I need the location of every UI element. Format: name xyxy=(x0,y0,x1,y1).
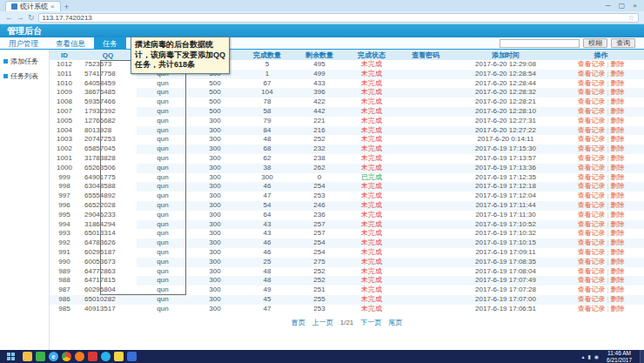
taskbar-blue-app-icon[interactable] xyxy=(127,352,137,361)
delete-link[interactable]: 删除 xyxy=(611,239,625,246)
delete-link[interactable]: 删除 xyxy=(611,164,625,171)
delete-link[interactable]: 删除 xyxy=(611,295,625,303)
view-record-link[interactable]: 查看记录 xyxy=(577,220,605,228)
tab-close-icon[interactable]: × xyxy=(50,3,55,10)
view-record-link[interactable]: 查看记录 xyxy=(577,117,605,124)
start-button[interactable] xyxy=(3,351,18,362)
view-record-link[interactable]: 查看记录 xyxy=(577,135,605,143)
taskbar-ie-icon[interactable]: e xyxy=(49,352,58,361)
delete-link[interactable]: 删除 xyxy=(611,286,625,293)
view-record-link[interactable]: 查看记录 xyxy=(577,286,605,293)
view-record-link[interactable]: 查看记录 xyxy=(577,201,605,209)
cell-password xyxy=(398,258,453,267)
nav-tab-1[interactable]: 查看信息 xyxy=(47,37,94,49)
view-record-link[interactable]: 查看记录 xyxy=(577,88,605,96)
delete-link[interactable]: 删除 xyxy=(611,154,625,162)
search-input[interactable] xyxy=(500,39,580,48)
window-maximize-button[interactable]: ▢ xyxy=(619,2,626,10)
view-record-link[interactable]: 查看记录 xyxy=(577,267,605,275)
view-record-link[interactable]: 查看记录 xyxy=(577,258,605,266)
taskbar-red-player-icon[interactable] xyxy=(88,352,97,361)
window-minimize-button[interactable]: ─ xyxy=(606,2,611,10)
delete-link[interactable]: 删除 xyxy=(611,201,625,209)
delete-link[interactable]: 删除 xyxy=(611,107,625,115)
delete-link[interactable]: 删除 xyxy=(611,248,625,256)
back-icon[interactable]: ← xyxy=(5,14,13,22)
browser-tab[interactable]: 统计系统 × xyxy=(5,1,61,11)
taskbar-yellow-note-icon[interactable] xyxy=(114,352,124,361)
delete-link[interactable]: 删除 xyxy=(611,229,625,237)
cell-password xyxy=(398,117,453,126)
bookmark-star-icon[interactable]: ☆ xyxy=(628,14,634,22)
show-desktop-button[interactable] xyxy=(640,350,644,363)
delete-link[interactable]: 删除 xyxy=(611,267,625,275)
view-record-link[interactable]: 查看记录 xyxy=(577,164,605,171)
address-field[interactable]: 113.17.7420213 ☆ xyxy=(38,13,639,23)
taskbar-folder-icon[interactable] xyxy=(23,352,32,361)
delete-link[interactable]: 删除 xyxy=(611,135,625,143)
cell-time: 2017-6-19 17:13:57 xyxy=(453,154,558,164)
pagination-link-4[interactable]: 尾页 xyxy=(388,319,402,326)
new-tab-button[interactable]: + xyxy=(64,3,69,11)
view-record-link[interactable]: 查看记录 xyxy=(577,97,605,105)
delete-link[interactable]: 删除 xyxy=(611,211,625,218)
view-record-link[interactable]: 查看记录 xyxy=(577,295,605,303)
delete-link[interactable]: 删除 xyxy=(611,126,625,134)
delete-link[interactable]: 删除 xyxy=(611,305,625,313)
taskbar-firefox-icon[interactable] xyxy=(75,352,84,361)
delete-link[interactable]: 删除 xyxy=(611,70,625,77)
view-record-link[interactable]: 查看记录 xyxy=(577,107,605,115)
delete-link[interactable]: 删除 xyxy=(611,88,625,96)
nav-tab-0[interactable]: 用户管理 xyxy=(0,37,47,49)
cell-type: qun xyxy=(137,201,189,211)
pagination-link-1[interactable]: 上一页 xyxy=(312,319,333,326)
view-record-link[interactable]: 查看记录 xyxy=(577,173,605,181)
delete-link[interactable]: 删除 xyxy=(611,220,625,228)
cell-total: 500 xyxy=(189,97,241,107)
delete-link[interactable]: 删除 xyxy=(611,258,625,266)
view-record-link[interactable]: 查看记录 xyxy=(577,182,605,190)
search-button[interactable]: 查询 xyxy=(611,38,635,48)
delete-link[interactable]: 删除 xyxy=(611,192,625,199)
view-record-link[interactable]: 查看记录 xyxy=(577,192,605,199)
nav-tab-2[interactable]: 任务 xyxy=(94,37,126,49)
view-record-link[interactable]: 查看记录 xyxy=(577,145,605,152)
tray-chevron-up-icon[interactable]: ▴ xyxy=(582,353,585,360)
delete-link[interactable]: 删除 xyxy=(611,79,625,87)
view-record-link[interactable]: 查看记录 xyxy=(577,305,605,313)
view-record-link[interactable]: 查看记录 xyxy=(577,60,605,68)
delete-link[interactable]: 删除 xyxy=(611,145,625,152)
delete-link[interactable]: 删除 xyxy=(611,276,625,284)
taskbar-chrome-icon[interactable] xyxy=(62,352,71,361)
delete-link[interactable]: 删除 xyxy=(611,97,625,105)
forward-icon[interactable]: → xyxy=(17,14,24,22)
cell-status: 已完成 xyxy=(345,173,398,183)
delete-link[interactable]: 删除 xyxy=(611,173,625,181)
view-record-link[interactable]: 查看记录 xyxy=(577,154,605,162)
cell-type: qun xyxy=(137,286,189,295)
view-record-link[interactable]: 查看记录 xyxy=(577,239,605,246)
fuzzy-button[interactable]: 模糊 xyxy=(583,38,607,48)
view-record-link[interactable]: 查看记录 xyxy=(577,79,605,87)
view-record-link[interactable]: 查看记录 xyxy=(577,229,605,237)
pagination-link-0[interactable]: 首页 xyxy=(292,319,305,326)
taskbar-clock[interactable]: 11:46 AM 6/21/2017 xyxy=(602,350,636,363)
window-close-button[interactable]: × xyxy=(633,2,637,10)
delete-link[interactable]: 删除 xyxy=(611,60,625,68)
taskbar-qq-icon[interactable] xyxy=(101,352,111,361)
delete-link[interactable]: 删除 xyxy=(611,117,625,124)
sidebar-item-0[interactable]: 添加任务 xyxy=(0,54,49,69)
tray-volume-icon[interactable]: ◉ xyxy=(594,353,599,360)
view-record-link[interactable]: 查看记录 xyxy=(577,211,605,218)
delete-link[interactable]: 删除 xyxy=(611,182,625,190)
sidebar-item-1[interactable]: 任务列表 xyxy=(0,69,49,84)
view-record-link[interactable]: 查看记录 xyxy=(577,70,605,77)
view-record-link[interactable]: 查看记录 xyxy=(577,248,605,256)
pagination-link-3[interactable]: 下一页 xyxy=(360,319,381,326)
tray-network-icon[interactable]: ▮ xyxy=(588,353,591,360)
view-record-link[interactable]: 查看记录 xyxy=(577,126,605,134)
taskbar-green-app-icon[interactable] xyxy=(36,352,45,361)
refresh-icon[interactable]: ↻ xyxy=(28,14,35,22)
view-record-link[interactable]: 查看记录 xyxy=(577,276,605,284)
cell-total: 300 xyxy=(189,295,241,305)
